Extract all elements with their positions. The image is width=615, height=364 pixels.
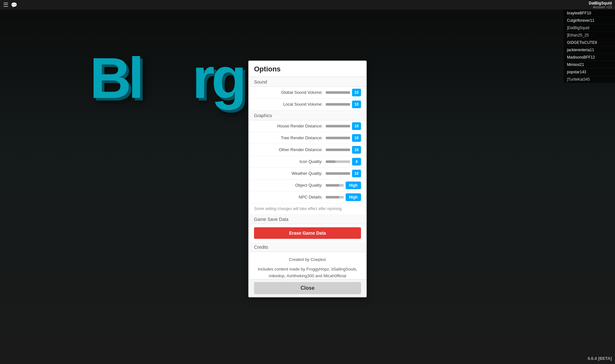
weather-quality-label: Weather Quality: [254, 171, 326, 176]
house-render-label: House Render Distance: [254, 124, 326, 128]
global-sound-slider[interactable]: 10 [326, 89, 361, 96]
tree-render-value: 10 [352, 134, 361, 142]
credits-section-header: Credits [249, 242, 366, 252]
npc-details-value: High [346, 193, 361, 201]
slider-track [326, 196, 344, 198]
tree-render-label: Tree Render Distance: [254, 135, 326, 140]
icon-quality-label: Icon Quality: [254, 159, 326, 164]
icon-quality-value: 4 [352, 158, 361, 166]
other-render-label: Other Render Distance: [254, 147, 326, 152]
weather-quality-value: 10 [352, 170, 361, 177]
slider-fill [326, 103, 350, 106]
global-sound-row: Global Sound Volume: 10 [249, 87, 366, 99]
credits-created: Created by Coeptus [254, 256, 361, 263]
slider-track [326, 103, 350, 106]
credits-content: Created by Coeptus Includes content made… [249, 252, 366, 279]
icon-quality-row: Icon Quality: 4 [249, 156, 366, 168]
options-dialog: Options Sound Global Sound Volume: 10 Lo… [248, 61, 367, 297]
tree-render-row: Tree Render Distance: 10 [249, 132, 366, 144]
weather-quality-row: Weather Quality: 10 [249, 168, 366, 180]
local-sound-slider[interactable]: 10 [326, 101, 361, 108]
house-render-value: 10 [352, 122, 361, 130]
local-sound-row: Local Sound Volume: 10 [249, 99, 366, 110]
slider-track [326, 137, 350, 139]
close-button-row: Close [249, 279, 366, 297]
close-button[interactable]: Close [254, 282, 361, 294]
slider-fill [326, 184, 339, 187]
slider-track [326, 125, 350, 127]
other-render-value: 10 [352, 146, 361, 154]
tree-render-slider[interactable]: 10 [326, 134, 361, 142]
global-sound-value: 10 [352, 89, 361, 96]
slider-fill [326, 91, 350, 94]
weather-quality-slider[interactable]: 10 [326, 170, 361, 177]
local-sound-value: 10 [352, 101, 361, 108]
slider-track [326, 184, 344, 187]
sound-section-header: Sound [249, 77, 366, 87]
graphics-section-header: Graphics [249, 110, 366, 120]
settings-note: Some setting changes will take effect af… [249, 203, 366, 214]
slider-fill [326, 125, 350, 127]
slider-track [326, 172, 350, 175]
house-render-slider[interactable]: 10 [326, 122, 361, 130]
npc-details-row: NPC Details: High [249, 191, 366, 203]
credits-includes: Includes content made by FroggyHopz, iiS… [254, 266, 361, 279]
house-render-row: House Render Distance: 10 [249, 120, 366, 132]
object-quality-row: Object Quality: High [249, 180, 366, 191]
local-sound-label: Local Sound Volume: [254, 102, 326, 107]
slider-fill [326, 137, 350, 139]
slider-fill [326, 149, 350, 151]
object-quality-value: High [346, 182, 361, 189]
global-sound-label: Global Sound Volume: [254, 90, 326, 95]
object-quality-label: Object Quality: [254, 183, 326, 188]
other-render-row: Other Render Distance: 10 [249, 144, 366, 156]
erase-game-data-button[interactable]: Erase Game Data [254, 227, 361, 239]
slider-track [326, 160, 350, 163]
game-save-header: Game Save Data [249, 214, 366, 224]
npc-details-control[interactable]: High [326, 193, 361, 201]
slider-track [326, 91, 350, 94]
options-scroll[interactable]: Sound Global Sound Volume: 10 Local Soun… [249, 77, 366, 279]
icon-quality-slider[interactable]: 4 [326, 158, 361, 166]
npc-details-label: NPC Details: [254, 195, 326, 199]
slider-fill [326, 196, 339, 198]
modal-overlay: Options Sound Global Sound Volume: 10 Lo… [0, 0, 615, 364]
slider-fill [326, 172, 350, 175]
slider-track [326, 149, 350, 151]
object-quality-control[interactable]: High [326, 182, 361, 189]
slider-fill [326, 160, 335, 163]
dialog-title: Options [249, 61, 366, 77]
other-render-slider[interactable]: 10 [326, 146, 361, 154]
